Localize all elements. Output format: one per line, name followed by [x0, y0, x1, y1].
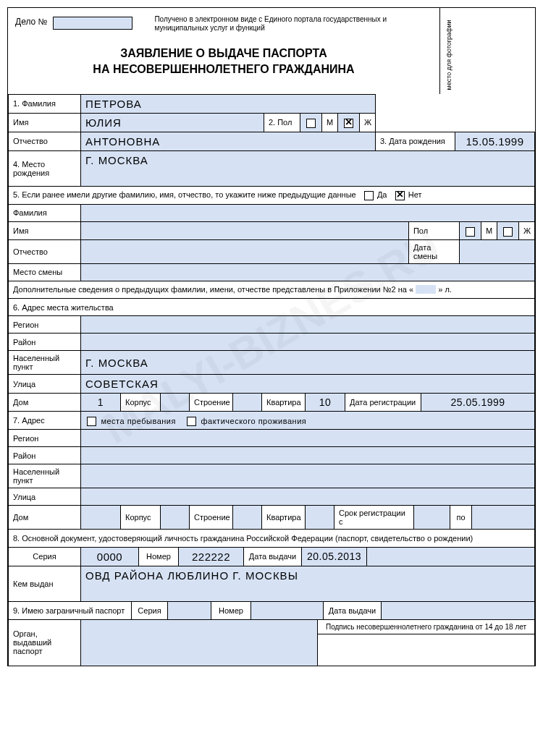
photo-placeholder: место для фотографии	[439, 8, 455, 94]
lbl-prev-f: Ж	[518, 221, 534, 239]
issue-date-8-input[interactable]: 20.05.2013	[302, 547, 367, 566]
lbl-house-7: Дом	[9, 506, 81, 530]
lbl-city-6: Населенный пункт	[9, 351, 81, 375]
number-9-input[interactable]	[251, 602, 324, 619]
gender-m-box[interactable]	[300, 113, 321, 132]
lbl-stroenie-6: Строение	[190, 394, 233, 412]
change-place-input[interactable]	[81, 263, 535, 281]
korpus-7-input[interactable]	[161, 506, 190, 530]
lbl-change-place: Место смены	[9, 263, 81, 281]
lbl-patronymic: Отчество	[9, 132, 81, 150]
flat-7-input[interactable]	[306, 506, 334, 530]
lbl-street-7: Улица	[9, 488, 81, 506]
patronymic-input[interactable]: АНТОНОВНА	[81, 132, 376, 150]
lbl-issued-by-8: Кем выдан	[9, 566, 81, 602]
lbl-surname: 1. Фамилия	[9, 94, 81, 113]
lbl-series-9: Серия	[132, 602, 168, 619]
lbl-issue-date-8: Дата выдачи	[244, 547, 302, 566]
lbl-m: М	[321, 113, 337, 132]
street-6-input[interactable]: СОВЕТСКАЯ	[81, 375, 535, 394]
pob-input[interactable]: Г. МОСКВА	[81, 150, 535, 169]
dob-input[interactable]: 15.05.1999	[455, 132, 535, 150]
house-7-input[interactable]	[81, 506, 121, 530]
district-7-input[interactable]	[81, 447, 535, 464]
lbl-street-6: Улица	[9, 375, 81, 394]
issued-by-8-input[interactable]: ОВД РАЙОНА ЛЮБЛИНО Г. МОСКВЫ	[81, 566, 535, 585]
lbl-flat-7: Квартира	[262, 506, 306, 530]
korpus-6-input[interactable]	[161, 394, 190, 412]
city-6-input[interactable]: Г. МОСКВА	[81, 351, 535, 375]
lbl-house-6: Дом	[9, 394, 81, 412]
appendix-pages-input[interactable]	[416, 285, 436, 294]
lbl-f: Ж	[359, 113, 375, 132]
lbl-change-date: Дата смены	[408, 239, 459, 263]
prev-gender-f-box[interactable]	[497, 221, 518, 239]
name-input[interactable]: ЮЛИЯ	[81, 113, 264, 132]
region-7-input[interactable]	[81, 430, 535, 447]
lbl-korpus-7: Корпус	[121, 506, 161, 530]
prev-surname-input[interactable]	[81, 204, 535, 221]
number-8-input[interactable]: 222222	[179, 547, 244, 566]
surname-input[interactable]: ПЕТРОВА	[81, 94, 376, 113]
issued-by-9-input[interactable]	[81, 620, 318, 666]
s8-heading: 8. Основной документ, удостоверяющий лич…	[9, 530, 535, 547]
lbl-to-7: по	[450, 506, 472, 530]
lbl-region-6: Регион	[9, 316, 81, 334]
lbl-regdate-6: Дата регистрации	[345, 394, 421, 412]
s5-heading: 5. Если ранее имели другие фамилию, имя,…	[9, 187, 535, 204]
lbl-series-8: Серия	[9, 547, 81, 566]
change-date-input[interactable]	[459, 239, 534, 263]
form-title: ЗАЯВЛЕНИЕ О ВЫДАЧЕ ПАСПОРТА НА НЕСОВЕРШЕ…	[8, 33, 439, 94]
lbl-dob: 3. Дата рождения	[376, 132, 455, 150]
lbl-prev-surname: Фамилия	[9, 204, 81, 221]
issue-date-9-input[interactable]	[382, 602, 535, 619]
lbl-region-7: Регион	[9, 430, 81, 447]
prev-yes-box[interactable]	[364, 191, 374, 200]
lbl-number-8: Номер	[139, 547, 179, 566]
lbl-korpus-6: Корпус	[121, 394, 161, 412]
lbl-issued-by-9: Орган, выдавший паспорт	[9, 620, 81, 666]
stroenie-6-input[interactable]	[233, 394, 262, 412]
gender-f-box[interactable]	[337, 113, 359, 132]
prev-gender-m-box[interactable]	[459, 221, 481, 239]
region-6-input[interactable]	[81, 316, 535, 334]
lbl-number-9: Номер	[211, 602, 251, 619]
regto-7-input[interactable]	[472, 506, 535, 530]
lbl-gender: 2. Пол	[264, 113, 300, 132]
regfrom-7-input[interactable]	[414, 506, 450, 530]
city-7-input[interactable]	[81, 464, 535, 488]
lbl-prev-patronymic: Отчество	[9, 239, 81, 263]
prev-no-box[interactable]	[395, 191, 405, 200]
delo-input[interactable]	[53, 17, 132, 30]
series-9-input[interactable]	[168, 602, 211, 619]
lbl-prev-gender: Пол	[408, 221, 459, 239]
series-8-input[interactable]: 0000	[81, 547, 139, 566]
house-6-input[interactable]: 1	[81, 394, 121, 412]
prev-name-input[interactable]	[81, 221, 409, 239]
district-6-input[interactable]	[81, 334, 535, 351]
lbl-regperiod-7: Срок регистрации с	[334, 506, 414, 530]
issued-by-8-input-2[interactable]	[81, 585, 535, 602]
lbl-pob: 4. Место рождения	[9, 150, 81, 187]
lbl-name: Имя	[9, 113, 81, 132]
delo-label: Дело №	[15, 17, 47, 27]
header-note: Получено в электронном виде с Единого по…	[140, 8, 439, 33]
stay-box[interactable]	[87, 417, 96, 426]
actual-box[interactable]	[187, 417, 196, 426]
lbl-stroenie-7: Строение	[190, 506, 233, 530]
lbl-prev-name: Имя	[9, 221, 81, 239]
blank-8	[367, 547, 535, 566]
lbl-flat-6: Квартира	[262, 394, 306, 412]
pob-input-2[interactable]	[81, 169, 535, 187]
lbl-district-7: Район	[9, 447, 81, 464]
signature-note: Подпись несовершеннолетнего гражданина о…	[318, 620, 535, 634]
appendix-note: Дополнительные сведения о предыдущих фам…	[9, 281, 535, 298]
flat-6-input[interactable]: 10	[306, 394, 345, 412]
street-7-input[interactable]	[81, 488, 535, 506]
regdate-6-input[interactable]: 25.05.1999	[421, 394, 535, 412]
prev-patronymic-input[interactable]	[81, 239, 409, 263]
addr-7-type: места пребывания фактического проживания	[81, 412, 535, 430]
stroenie-7-input[interactable]	[233, 506, 262, 530]
signature-box[interactable]	[318, 634, 535, 666]
lbl-city-7: Населенный пункт	[9, 464, 81, 488]
